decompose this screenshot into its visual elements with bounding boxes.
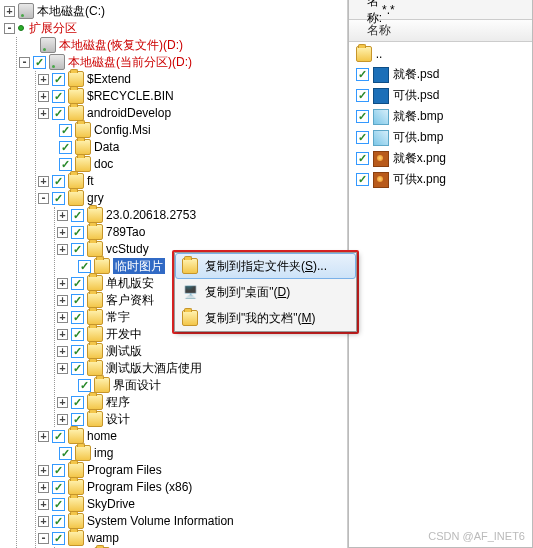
folder-icon [181,309,199,327]
file-checkbox[interactable] [356,110,369,123]
file-row[interactable]: 就餐.psd [353,64,532,85]
file-checkbox[interactable] [356,89,369,102]
node-c-drive[interactable]: + 本地磁盘(C:) [4,3,347,19]
folder-icon [87,411,103,427]
tree-item[interactable]: +789Tao [57,224,347,240]
file-row[interactable]: 可供.bmp [353,127,532,148]
folder-up-icon [356,46,372,62]
file-name: 就餐.bmp [393,108,444,125]
file-row[interactable]: 就餐.bmp [353,106,532,127]
partition-icon [18,25,24,31]
up-dir[interactable]: .. [353,44,532,64]
folder-icon [68,71,84,87]
tree-item-gry[interactable]: -gry [38,190,347,206]
file-checkbox[interactable] [356,68,369,81]
file-row[interactable]: 就餐x.png [353,148,532,169]
label-recover: 本地磁盘(恢复文件)(D:) [59,37,183,53]
tree-item[interactable]: Config.Msi [38,122,347,138]
folder-icon [68,462,84,478]
tree-item[interactable]: img [38,445,347,461]
label-current: 本地磁盘(当前分区)(D:) [68,54,192,70]
file-name: 可供.bmp [393,129,444,146]
file-type-icon [373,130,389,146]
folder-icon [87,241,103,257]
tree-item[interactable]: +程序 [57,394,347,410]
folder-icon [87,224,103,240]
folder-icon [87,343,103,359]
tree-item[interactable]: +测试版 [57,343,347,359]
tree-item[interactable]: +$Extend [38,71,347,87]
folder-icon [68,428,84,444]
folder-icon [87,275,103,291]
tree-item[interactable]: +home [38,428,347,444]
file-type-icon [373,67,389,83]
context-menu-highlight: 复制到指定文件夹(S)... 🖥️ 复制到"桌面"(D) 复制到"我的文档"(M… [172,250,359,334]
menu-copy-to-desktop[interactable]: 🖥️ 复制到"桌面"(D) [175,279,356,305]
folder-icon [75,122,91,138]
folder-icon [68,173,84,189]
tree-checkbox[interactable] [33,56,46,69]
tree-item[interactable]: +androidDevelop [38,105,347,121]
file-checkbox[interactable] [356,173,369,186]
menu-copy-to-docs[interactable]: 复制到"我的文档"(M) [175,305,356,331]
file-name: 就餐.psd [393,66,440,83]
filter-row: 名称: [349,0,532,20]
tree-item[interactable]: +System Volume Information [38,513,347,529]
folder-icon [87,360,103,376]
folder-icon [75,156,91,172]
expand-icon[interactable]: + [4,6,15,17]
tree-item[interactable]: +23.0.20618.2753 [57,207,347,223]
drive-icon [40,37,56,53]
folder-icon [87,394,103,410]
drive-icon [49,54,65,70]
tree-item[interactable]: +设计 [57,411,347,427]
file-type-icon [373,151,389,167]
folder-icon [68,88,84,104]
folder-icon [87,326,103,342]
folder-icon [94,258,110,274]
collapse-icon[interactable]: - [4,23,15,34]
tree-item[interactable]: +Program Files [38,462,347,478]
node-recover-d[interactable]: 本地磁盘(恢复文件)(D:) [19,37,347,53]
folder-icon [94,377,110,393]
collapse-icon[interactable]: - [19,57,30,68]
file-type-icon [373,172,389,188]
context-menu: 复制到指定文件夹(S)... 🖥️ 复制到"桌面"(D) 复制到"我的文档"(M… [174,252,357,332]
file-type-icon [373,109,389,125]
folder-icon [87,207,103,223]
folder-icon [68,513,84,529]
label-ext: 扩展分区 [29,20,77,36]
node-current-d[interactable]: - 本地磁盘(当前分区)(D:) [19,54,347,70]
col-name: 名称 [367,22,391,39]
tree-item[interactable]: Data [38,139,347,155]
tree-item[interactable]: +测试版大酒店使用 [57,360,347,376]
tree-item[interactable]: 界面设计 [57,377,347,393]
file-row[interactable]: 可供.psd [353,85,532,106]
folder-icon [75,445,91,461]
file-checkbox[interactable] [356,131,369,144]
file-checkbox[interactable] [356,152,369,165]
file-name: 就餐x.png [393,150,446,167]
tree-item[interactable]: +$RECYCLE.BIN [38,88,347,104]
column-header[interactable]: 名称 [349,20,532,42]
folder-icon [68,530,84,546]
file-type-icon [373,88,389,104]
filter-input[interactable] [382,3,532,17]
folder-icon [87,309,103,325]
file-name: 可供.psd [393,87,440,104]
label-c: 本地磁盘(C:) [37,3,105,19]
tree-item[interactable]: +SkyDrive [38,496,347,512]
folder-icon [68,105,84,121]
menu-copy-to-folder[interactable]: 复制到指定文件夹(S)... [175,253,356,279]
tree-item-wamp[interactable]: -wamp [38,530,347,546]
node-ext-root[interactable]: - 扩展分区 [4,20,347,36]
desktop-icon: 🖥️ [181,283,199,301]
tree-item[interactable]: +ft [38,173,347,189]
tree-item[interactable]: +Program Files (x86) [38,479,347,495]
folder-icon [75,139,91,155]
tree-item[interactable]: doc [38,156,347,172]
folder-icon [68,479,84,495]
drive-icon [18,3,34,19]
folder-icon [87,292,103,308]
file-row[interactable]: 可供x.png [353,169,532,190]
